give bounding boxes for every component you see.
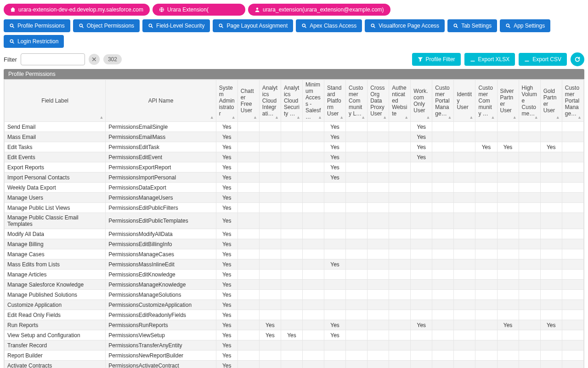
permission-cell (519, 249, 540, 259)
permission-cell (346, 142, 368, 152)
column-header[interactable]: Customer Portal Manage…▲ (432, 80, 454, 122)
permission-cell (475, 259, 497, 270)
user-icon (254, 7, 260, 12)
domain-pill[interactable]: urara-extension-dev-ed.develop.my.salesf… (4, 4, 150, 16)
table-container[interactable]: Field Label▲API Name▲System Administrato… (4, 79, 584, 368)
nav-visualforce-page-access[interactable]: Visualforce Page Access (365, 19, 445, 32)
permission-cell (432, 183, 454, 193)
api-name-cell: PermissionsEditEvent (106, 152, 216, 162)
permission-cell (497, 183, 519, 193)
permission-cell (368, 280, 389, 290)
column-header[interactable]: Customer Community L…▲ (346, 80, 368, 122)
permission-cell (454, 229, 475, 239)
permission-cell (346, 340, 368, 351)
permission-cell (237, 259, 259, 270)
nav-field-level-security[interactable]: Field-Level Security (142, 19, 210, 32)
permission-cell (368, 249, 389, 259)
column-header[interactable]: Authenticated Website▲ (389, 80, 411, 122)
column-header[interactable]: Work.com Only User▲ (411, 80, 432, 122)
table-row: Manage BillingPermissionsEditBillingInfo… (5, 239, 584, 249)
nav-apex-class-access[interactable]: Apex Class Access (296, 19, 362, 32)
column-header[interactable]: Cross Org Data Proxy User▲ (368, 80, 389, 122)
permission-cell (519, 300, 540, 310)
column-header[interactable]: Analytics Cloud Security …▲ (281, 80, 302, 122)
permission-cell (368, 320, 389, 330)
permission-cell (475, 330, 497, 340)
sort-icon: ▲ (447, 115, 452, 120)
permission-cell: Yes (540, 142, 562, 152)
refresh-button[interactable] (571, 52, 584, 66)
permission-cell (346, 122, 368, 132)
permission-cell (281, 142, 302, 152)
permission-cell (497, 229, 519, 239)
permission-cell (497, 122, 519, 132)
extension-pill[interactable]: Urara Extension( (153, 4, 245, 16)
permission-cell (562, 330, 583, 340)
column-header[interactable]: Chatter Free User▲ (237, 80, 259, 122)
column-header[interactable]: Gold Partner User▲ (540, 80, 562, 122)
field-label-cell: Weekly Data Export (5, 183, 106, 193)
permission-cell (562, 290, 583, 300)
permission-cell (281, 280, 302, 290)
permission-cell: Yes (216, 142, 237, 152)
table-row: Customize ApplicationPermissionsCustomiz… (5, 300, 584, 310)
permission-cell (389, 203, 411, 213)
permission-cell (368, 162, 389, 172)
permission-cell (454, 361, 475, 368)
permission-cell (302, 142, 324, 152)
field-label-cell: Manage Public Classic Email Templates (5, 213, 106, 229)
permission-cell (389, 270, 411, 280)
field-label-cell: Manage Salesforce Knowledge (5, 280, 106, 290)
permission-cell (432, 361, 454, 368)
export-csv-button[interactable]: Export CSV (519, 53, 567, 66)
permission-cell (324, 340, 346, 351)
table-row: Transfer RecordPermissionsTransferAnyEnt… (5, 340, 584, 351)
permission-cell (432, 330, 454, 340)
column-header[interactable]: High Volume Custome…▲ (519, 80, 540, 122)
column-header[interactable]: Customer Community …▲ (475, 80, 497, 122)
permission-cell (389, 351, 411, 361)
permission-cell (259, 351, 281, 361)
column-header[interactable]: Field Label▲ (5, 80, 106, 122)
profile-filter-button[interactable]: Profile Filter (412, 53, 461, 66)
export-xlsx-button[interactable]: Export XLSX (464, 53, 515, 66)
field-label-cell: View Setup and Configuration (5, 330, 106, 340)
column-header[interactable]: Silver Partner User▲ (497, 80, 519, 122)
table-row: Manage CasesPermissionsManageCasesYes (5, 249, 584, 259)
permission-cell (519, 172, 540, 183)
column-header[interactable]: System Administrator▲ (216, 80, 237, 122)
permission-cell (497, 249, 519, 259)
nav-login-restriction[interactable]: Login Restriction (4, 35, 64, 48)
permission-cell (519, 132, 540, 142)
permission-cell (562, 172, 583, 183)
nav-tab-settings[interactable]: Tab Settings (447, 19, 497, 32)
column-header[interactable]: Analytics Cloud Integrati…▲ (259, 80, 281, 122)
permission-cell (259, 183, 281, 193)
column-header[interactable]: Customer Portal Manage…▲ (562, 80, 583, 122)
permission-cell (540, 270, 562, 280)
permission-cell (540, 229, 562, 239)
nav-object-permissions[interactable]: Object Permissions (73, 19, 140, 32)
permission-cell (540, 213, 562, 229)
permission-cell (540, 193, 562, 203)
column-header[interactable]: API Name▲ (106, 80, 216, 122)
clear-filter-button[interactable]: ✕ (89, 54, 100, 65)
permission-cell: Yes (497, 142, 519, 152)
permission-cell (540, 310, 562, 320)
permission-cell (259, 239, 281, 249)
sort-icon: ▲ (210, 115, 214, 120)
nav-app-settings[interactable]: App Settings (500, 19, 550, 32)
column-header[interactable]: Identity User▲ (454, 80, 475, 122)
nav-page-layout-assignment[interactable]: Page Layout Assignment (213, 19, 293, 32)
permission-cell (562, 259, 583, 270)
column-header[interactable]: Minimum Access - Salesf…▲ (302, 80, 324, 122)
permission-cell (475, 203, 497, 213)
column-header[interactable]: Standard Platform User▲ (324, 80, 346, 122)
filter-input[interactable] (21, 53, 85, 65)
nav-profile-permissions[interactable]: Profile Permissions (4, 19, 70, 32)
svg-point-2 (10, 24, 13, 27)
svg-point-6 (302, 24, 305, 27)
permission-cell (346, 270, 368, 280)
filter-row: Filter ✕ 302 Profile Filter Export XLSX … (0, 50, 588, 69)
user-pill[interactable]: urara_extension(urara_extension@example.… (248, 4, 390, 16)
